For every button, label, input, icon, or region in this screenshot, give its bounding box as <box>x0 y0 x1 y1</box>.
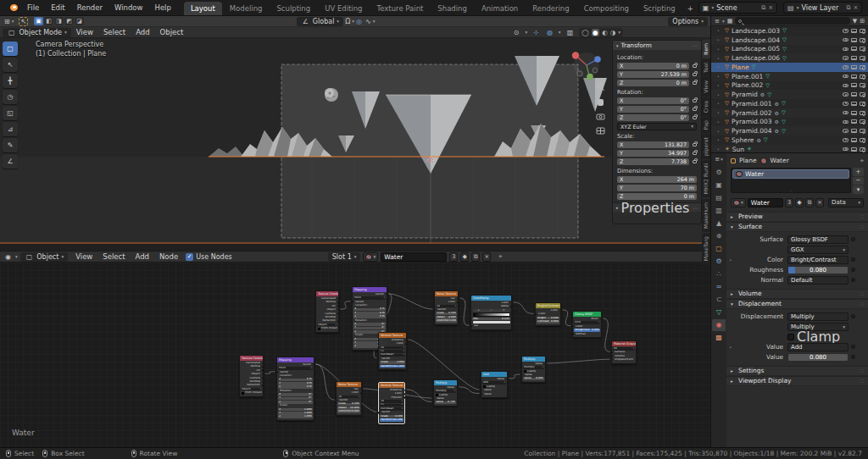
hide-in-viewport-toggle[interactable] <box>843 120 849 124</box>
remove-slot-button[interactable]: − <box>853 177 864 185</box>
panel-header-settings[interactable]: ▸Settings∷ <box>726 366 868 376</box>
panel-header-preview[interactable]: ▸Preview∷ <box>726 212 868 222</box>
transform-panel-header[interactable]: ▾ Transform ⋯ <box>613 41 701 50</box>
color-ramp-bar[interactable] <box>473 312 510 317</box>
dropdown-normal[interactable]: Default <box>787 276 849 285</box>
shading-rendered-icon[interactable]: ◑ <box>610 29 616 36</box>
viewport-menu-object[interactable]: Object <box>155 28 189 36</box>
lock-icon[interactable] <box>693 143 697 147</box>
menu-edit[interactable]: Edit <box>45 0 70 15</box>
node-checkbox[interactable] <box>242 392 244 395</box>
node-bc1[interactable]: Bright/ContrastColorColorBright0.600Cont… <box>535 302 561 326</box>
sidebar-tab-piperat[interactable]: piperat <box>702 134 710 159</box>
tool-rotate[interactable]: ◷ <box>3 90 18 104</box>
node-checkbox[interactable] <box>483 385 486 388</box>
node-mul2[interactable]: MultiplyValueMultiply▾ClampValueValue0.0… <box>521 356 546 383</box>
node-value-field[interactable]: Detail2.000 <box>436 316 457 319</box>
new-material-button[interactable]: ⧉ <box>805 198 814 207</box>
hide-in-viewport-toggle[interactable] <box>843 65 849 69</box>
node-value-field[interactable]: Y1.000 <box>278 412 313 415</box>
input-socket[interactable] <box>276 371 279 373</box>
outliner-row-landscape-006[interactable]: ‣▽Landscape.006▽ <box>711 53 868 63</box>
output-socket[interactable] <box>360 389 363 391</box>
dropdown-surface[interactable]: Glossy BSDF <box>787 235 849 244</box>
node-dropdown[interactable]: Multiply▾ <box>523 366 544 369</box>
disable-in-viewports-toggle[interactable] <box>851 102 857 106</box>
node-slider-field[interactable]: Roughness0.080 <box>574 329 600 332</box>
panel-header-displacement[interactable]: ▾Displacement∷ <box>726 299 868 309</box>
hide-in-viewport-toggle[interactable] <box>843 29 849 33</box>
properties-tab-world[interactable]: ⊕ <box>712 230 726 242</box>
disable-in-renders-toggle[interactable] <box>860 75 865 79</box>
disable-in-renders-toggle[interactable] <box>860 138 865 142</box>
properties-panel-header[interactable]: ▸ Properties ⋯ <box>613 202 701 212</box>
options-dropdown[interactable]: Options ▾ <box>668 17 708 26</box>
disable-in-renders-toggle[interactable] <box>860 65 865 69</box>
node-slider-field[interactable]: Randomness1.000 <box>380 418 403 422</box>
view-layer-name[interactable]: View Layer <box>801 4 843 12</box>
snap-magnet-icon[interactable]: Ω <box>345 18 350 25</box>
node-out1[interactable]: Material OutputAll▾SurfaceVolumeDisplace… <box>611 340 637 364</box>
tool-select-box[interactable]: ▢ <box>3 41 18 56</box>
filter-icon[interactable]: ▼ <box>853 18 857 25</box>
sidebar-tab-maketarg[interactable]: MakeTarg <box>702 233 710 264</box>
shader-menu-add[interactable]: Add <box>131 252 154 261</box>
node-value-field[interactable]: Bright0.600 <box>537 317 559 320</box>
dropdown-color[interactable]: Bright/Contrast <box>787 256 849 264</box>
input-socket[interactable] <box>434 309 437 312</box>
new-scene-button[interactable]: ⧉ <box>761 4 765 11</box>
view-layer-selector[interactable]: ▤ ▾ View Layer ⧉ × <box>783 2 862 14</box>
transform-field-location-z[interactable]: Z0 m <box>617 80 689 87</box>
rotation-mode-dropdown[interactable]: XYZ Euler▾ <box>617 123 697 130</box>
select-invert-button[interactable]: ◩ <box>64 17 74 25</box>
browse-material-button[interactable]: ▾ <box>363 252 378 262</box>
slot-list-grip[interactable]: ∷ <box>789 188 792 193</box>
node-vor1[interactable]: Voronoi TextureDistanceColor3D▾F1▾Euclid… <box>378 332 407 370</box>
properties-tab-object-data[interactable]: ▽ <box>712 307 726 318</box>
menu-window[interactable]: Window <box>108 0 149 15</box>
outliner-search-input[interactable] <box>735 17 849 25</box>
disable-in-renders-toggle[interactable] <box>860 111 865 115</box>
hide-in-viewport-toggle[interactable] <box>843 147 849 152</box>
input-socket[interactable] <box>535 313 537 316</box>
node-dropdown[interactable]: F1▾ <box>380 404 403 407</box>
menu-render[interactable]: Render <box>71 0 108 15</box>
properties-tab-scene[interactable]: ▲ <box>712 218 726 230</box>
output-socket[interactable] <box>313 364 315 367</box>
select-subtract-button[interactable]: ◨ <box>54 17 64 25</box>
output-socket[interactable] <box>262 362 264 365</box>
workspace-tab-rendering[interactable]: Rendering <box>526 2 576 15</box>
display-mode-icon[interactable]: ≡ <box>715 18 720 25</box>
tool-transform[interactable]: ⊿ <box>3 122 18 136</box>
node-noi1[interactable]: Noise TextureFacColor3D▾VectorScale4.500… <box>434 290 459 325</box>
output-socket[interactable] <box>262 369 264 372</box>
node-value-field[interactable]: Scale4.500 <box>337 403 360 406</box>
input-socket[interactable] <box>470 325 473 328</box>
hide-in-viewport-toggle[interactable] <box>843 102 849 106</box>
sidebar-tab-tool[interactable]: Tool <box>702 59 710 76</box>
node-value-field[interactable]: Y0 m <box>278 382 313 385</box>
new-material-button[interactable]: ⧉ <box>471 252 480 262</box>
ramp-button[interactable]: ▾ <box>498 309 509 312</box>
keyframe-dot[interactable] <box>851 278 855 282</box>
properties-tab-render[interactable]: ▣ <box>712 180 726 191</box>
input-socket[interactable] <box>611 355 614 357</box>
output-socket[interactable] <box>262 366 264 368</box>
output-socket[interactable] <box>456 387 459 390</box>
keyframe-dot[interactable] <box>851 237 855 241</box>
disable-in-viewports-toggle[interactable] <box>851 138 857 142</box>
node-vor2[interactable]: Voronoi TextureDistanceColorPosition3D▾F… <box>378 382 405 424</box>
falloff-icon[interactable]: ∿ <box>365 18 371 25</box>
material-slot-list[interactable]: Water ∷ <box>731 168 851 193</box>
transform-field-scale-z[interactable]: Z7.738 <box>617 158 689 166</box>
gizmos-icon[interactable]: ⊹ <box>533 29 539 36</box>
hide-in-viewport-toggle[interactable] <box>843 138 849 142</box>
sidebar-tab-pap[interactable]: Pap <box>702 117 710 133</box>
transform-field-dimensions-y[interactable]: Y70 m <box>617 185 697 192</box>
use-nodes-checkbox[interactable]: ✓ <box>186 253 193 261</box>
properties-tab-view-layer[interactable]: ▥ <box>712 205 726 217</box>
properties-tab-constraints[interactable]: ⊂ <box>712 294 726 306</box>
node-header[interactable]: Bright/Contrast <box>536 303 560 308</box>
select-new-button[interactable]: ▣ <box>34 17 43 25</box>
node-header[interactable]: Texture Coordinate <box>240 356 263 361</box>
